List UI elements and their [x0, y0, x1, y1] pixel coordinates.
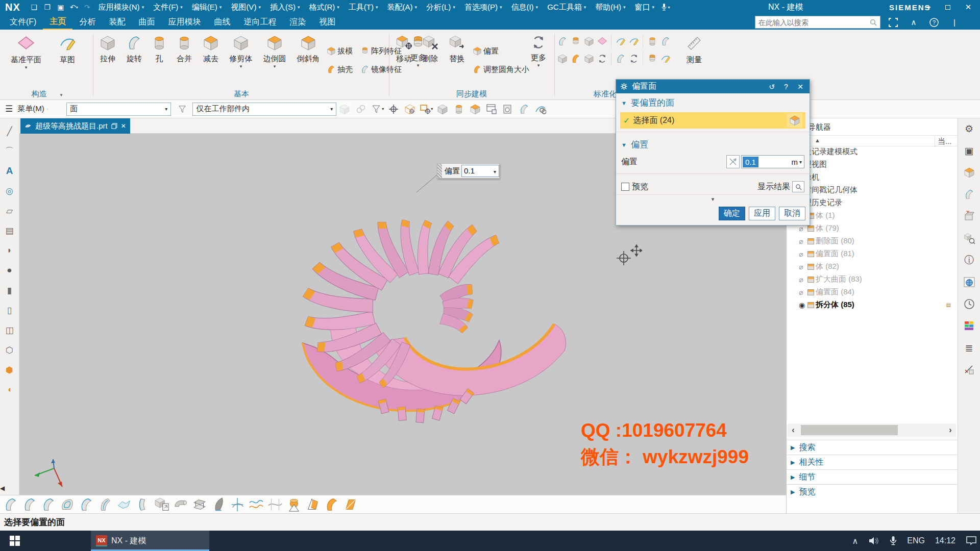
- gem-tool-icon[interactable]: ⬢: [4, 364, 16, 375]
- sort-ascending-icon[interactable]: ▲: [815, 137, 820, 143]
- notification-icon[interactable]: [966, 536, 977, 546]
- standard-tool-icon[interactable]: [628, 53, 640, 64]
- minimize-button[interactable]: [919, 0, 936, 14]
- menu-analysis[interactable]: 分析(L): [422, 0, 460, 14]
- assembly-navigator-icon[interactable]: ▣: [963, 144, 976, 157]
- draft-button[interactable]: 拔模: [327, 45, 353, 57]
- offset-face-dialog[interactable]: 偏置面 ↺ ? ✕ ▼要偏置的面 ✓ 选择面 (24) ▼偏置 偏置 0.1 m…: [616, 79, 810, 226]
- save-icon[interactable]: ▣: [55, 2, 66, 12]
- menu-assembly[interactable]: 装配(A): [382, 0, 422, 14]
- wcs-cube-icon[interactable]: [403, 103, 417, 116]
- windows-start-button[interactable]: [0, 531, 30, 551]
- helix-tool-icon[interactable]: ◎: [4, 185, 16, 196]
- menu-gc-toolbox[interactable]: GC工具箱: [543, 0, 591, 14]
- navigator-column-header[interactable]: ▲ 当...: [787, 135, 958, 146]
- model-3d[interactable]: [254, 169, 601, 460]
- reuse-library-icon[interactable]: [963, 210, 976, 222]
- extend-sheet-icon[interactable]: [153, 496, 170, 513]
- replace-face-button[interactable]: 替换: [444, 32, 470, 87]
- open-file-icon[interactable]: ❐: [42, 2, 53, 12]
- face-analysis-icon[interactable]: [323, 496, 340, 513]
- tab-assembly[interactable]: 装配: [102, 14, 132, 30]
- offset-value-input[interactable]: 0.1 m ▾: [741, 155, 804, 168]
- history-clock-icon[interactable]: [963, 298, 976, 310]
- surface-patch-icon[interactable]: ▱: [4, 205, 16, 216]
- scroll-thumb[interactable]: [801, 425, 898, 435]
- file-tab[interactable]: 超级等高挑战题目.prt ✕: [20, 118, 130, 134]
- tab-file[interactable]: 文件(F): [3, 14, 43, 30]
- command-search[interactable]: [755, 16, 880, 29]
- constraint-navigator-icon[interactable]: [963, 166, 976, 179]
- tree-item-cameras[interactable]: ▣ 摄像机: [787, 171, 958, 184]
- menu-preferences[interactable]: 首选项(P): [460, 0, 507, 14]
- menu-edit[interactable]: 编辑(E): [187, 0, 227, 14]
- standard-tool-icon[interactable]: [646, 36, 658, 47]
- tree-item-delete-face-80[interactable]: ⌀ 删除面 (80): [787, 235, 958, 247]
- tab-reverse-engineering[interactable]: 逆向工程: [237, 14, 283, 30]
- ladder-tool-icon[interactable]: ▤: [4, 225, 16, 236]
- menu-application[interactable]: 应用模块(N): [94, 0, 149, 14]
- hexagon-tool-icon[interactable]: ⬡: [4, 344, 16, 356]
- sketch-button[interactable]: 草图: [51, 32, 84, 87]
- tab-restore-icon[interactable]: [111, 123, 117, 129]
- tab-surface[interactable]: 曲面: [132, 14, 161, 30]
- intersect-curve-icon[interactable]: [229, 496, 246, 513]
- standard-tool-icon[interactable]: [556, 36, 568, 47]
- help-icon[interactable]: ?: [926, 16, 942, 29]
- apply-button[interactable]: 应用: [749, 207, 775, 220]
- move-face-button[interactable]: 移动: [391, 32, 416, 87]
- standard-tool-icon[interactable]: [583, 36, 595, 47]
- hole-button[interactable]: 孔: [148, 32, 170, 87]
- navigator-hscrollbar[interactable]: ‹ ›: [788, 423, 956, 437]
- window-save-icon[interactable]: [484, 103, 499, 116]
- microphone-icon[interactable]: ▾: [660, 2, 671, 12]
- tree-item-model-views[interactable]: ▦ 模型视图: [787, 158, 958, 171]
- transition-surface-icon[interactable]: [96, 496, 114, 513]
- curved-surface-icon[interactable]: [78, 496, 95, 513]
- dialog-help-icon[interactable]: ?: [781, 83, 791, 91]
- preview-checkbox[interactable]: [621, 183, 629, 191]
- swept-surface-icon[interactable]: [21, 496, 38, 513]
- dialog-collapse-icon[interactable]: ▾: [616, 194, 810, 204]
- standard-tool-icon[interactable]: [615, 36, 626, 47]
- standard-tool-icon[interactable]: [615, 53, 626, 64]
- fin-surface-icon[interactable]: [210, 496, 227, 513]
- layers-icon[interactable]: ≣: [963, 342, 976, 354]
- section-cut-icon[interactable]: [963, 364, 976, 376]
- tab-analysis[interactable]: 分析: [72, 14, 102, 30]
- web-browser-icon[interactable]: [963, 276, 976, 288]
- snap-point-icon[interactable]: [386, 103, 401, 116]
- standard-tool-icon[interactable]: [659, 53, 671, 64]
- edge-blend-button[interactable]: 边倒圆▾: [258, 32, 291, 87]
- tab-curve[interactable]: 曲线: [207, 14, 237, 30]
- standard-tool-icon[interactable]: [596, 36, 608, 47]
- standard-tool-icon[interactable]: [570, 53, 581, 64]
- four-point-surface-icon[interactable]: [2, 496, 19, 513]
- isocline-curve-icon[interactable]: [266, 496, 284, 513]
- chamfer-button[interactable]: 倒斜角: [292, 32, 325, 87]
- hamburger-icon[interactable]: ☰: [5, 104, 13, 114]
- selection-filter-icon[interactable]: ▾: [370, 103, 384, 116]
- tree-item-nontimestamp[interactable]: ◈ 非时间戳记几何体: [787, 184, 958, 196]
- sphere-tool-icon[interactable]: ●: [4, 265, 16, 276]
- sweep-tool-icon[interactable]: ◗: [4, 245, 16, 256]
- reflection-analysis-icon[interactable]: [342, 496, 359, 513]
- clock[interactable]: 14:12: [935, 536, 955, 545]
- interpart-link-icon[interactable]: [354, 103, 368, 116]
- bounded-plane-icon[interactable]: [59, 496, 76, 513]
- type-filter-combo[interactable]: 面: [66, 103, 171, 116]
- delete-face-button[interactable]: 删除: [418, 32, 443, 87]
- menu-button[interactable]: 菜单(M): [13, 102, 53, 116]
- section-dependencies[interactable]: ▶相关性: [787, 455, 958, 469]
- standard-tool-icon[interactable]: [628, 36, 640, 47]
- hd3d-tools-icon[interactable]: [963, 232, 976, 244]
- ruled-surface-icon[interactable]: [40, 496, 57, 513]
- tree-item-body-82[interactable]: ⌀ 体 (82): [787, 260, 958, 273]
- color-palette-icon[interactable]: [963, 320, 976, 332]
- elbow-surface-icon[interactable]: [172, 496, 189, 513]
- tree-item-offset-face-84[interactable]: ⌀ 偏置面 (84): [787, 286, 958, 298]
- dialog-reset-icon[interactable]: ↺: [767, 83, 777, 91]
- boss-tool-icon[interactable]: ◫: [4, 324, 16, 336]
- tab-home[interactable]: 主页: [43, 14, 72, 30]
- tree-item-body-79[interactable]: ⌀ 体 (79): [787, 222, 958, 235]
